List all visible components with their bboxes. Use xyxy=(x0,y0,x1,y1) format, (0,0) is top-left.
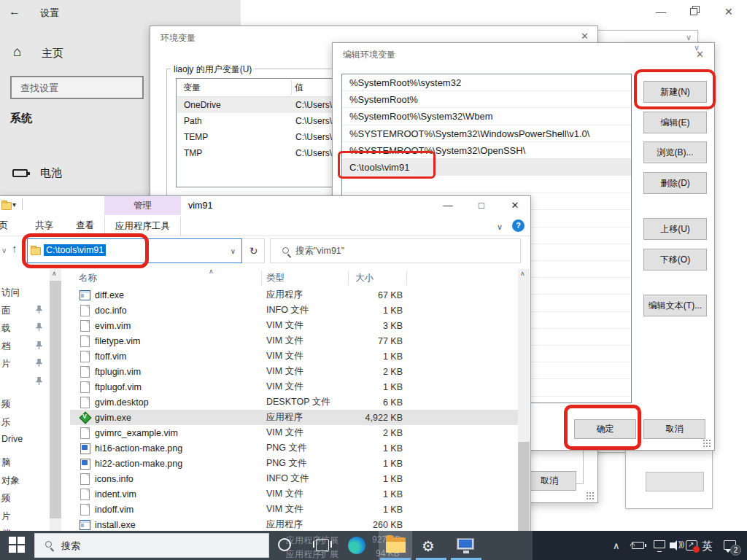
address-dropdown-icon[interactable]: ∨ xyxy=(231,247,236,255)
explorer-minimize-button[interactable]: — xyxy=(433,196,462,217)
settings-search-placeholder: 查找设置 xyxy=(20,82,58,95)
file-type-icon xyxy=(79,320,90,331)
column-divider[interactable] xyxy=(348,271,349,285)
sidebar-scrollbar[interactable]: ∧ xyxy=(50,269,61,532)
file-row[interactable]: gvim.exe 应用程序 4,922 KB xyxy=(70,410,519,425)
move-up-button[interactable]: 上移(U) xyxy=(643,218,707,240)
resize-grip[interactable] xyxy=(586,491,594,499)
scrollbar-thumb[interactable] xyxy=(518,442,530,539)
quick-access-toolbar-dropdown-icon[interactable]: ▾ xyxy=(12,201,16,209)
user-variables-label: liaojy 的用户变量(U) xyxy=(171,63,255,76)
up-arrow-icon[interactable]: ↑ xyxy=(12,242,18,254)
refresh-button[interactable]: ↻ xyxy=(243,238,265,263)
env-close-icon[interactable]: ✕ xyxy=(581,31,589,42)
file-row[interactable]: gvim.desktop DESKTOP 文件 6 KB xyxy=(70,394,519,410)
file-row[interactable]: hi16-action-make.png PNG 文件 1 KB xyxy=(70,440,519,456)
edit-button[interactable]: 编辑(E) xyxy=(643,112,707,133)
scroll-up-icon[interactable]: ∧ xyxy=(52,270,57,277)
back-arrow-icon[interactable]: ← xyxy=(9,5,20,18)
explorer-close-button[interactable]: ✕ xyxy=(500,196,530,217)
file-row[interactable]: filetype.vim VIM 文件 77 KB xyxy=(70,333,519,349)
file-type-icon xyxy=(79,519,90,530)
ribbon-tab-view[interactable]: 查看 xyxy=(76,219,94,232)
file-row[interactable]: indent.vim VIM 文件 1 KB xyxy=(70,486,519,502)
cortana-icon[interactable] xyxy=(278,538,291,551)
battery-icon xyxy=(12,169,28,177)
file-row[interactable]: ftplugof.vim VIM 文件 1 KB xyxy=(70,379,519,394)
pin-icon xyxy=(35,306,43,314)
pin-icon xyxy=(35,359,43,367)
base-close-button[interactable]: ✕ xyxy=(724,6,733,18)
column-type[interactable]: 类型 xyxy=(266,272,285,284)
file-row[interactable]: ftplugin.vim VIM 文件 2 KB xyxy=(70,364,519,379)
file-row[interactable]: install.exe 应用程序 260 KB xyxy=(70,517,519,532)
settings-search-input[interactable]: 查找设置 xyxy=(10,76,144,99)
delete-button[interactable]: 删除(D) xyxy=(643,172,707,194)
env-dialog-title: 环境变量 xyxy=(160,32,196,44)
taskbar-search-input[interactable]: 搜索 xyxy=(34,533,269,558)
file-type-icon xyxy=(79,489,90,499)
path-entry-row[interactable]: %SystemRoot% xyxy=(342,91,631,108)
nav-chevron-icon[interactable]: ∨ xyxy=(1,246,7,254)
file-explorer-taskbar-icon[interactable] xyxy=(386,537,406,553)
column-name[interactable]: 名称 xyxy=(79,272,97,284)
file-row[interactable]: gvimrc_example.vim VIM 文件 2 KB xyxy=(70,425,519,440)
file-row[interactable]: hi22-action-make.png PNG 文件 1 KB xyxy=(70,456,519,471)
ghost-file-type: 应用程序扩展 xyxy=(286,548,338,560)
path-entry-row[interactable]: %SystemRoot%\System32\Wbem xyxy=(342,108,631,125)
screen-capture-tray-icon[interactable] xyxy=(686,540,697,551)
network-tray-icon[interactable] xyxy=(654,540,665,548)
ime-language-indicator[interactable]: 英 xyxy=(702,540,713,553)
browse-button[interactable]: 浏览(B)... xyxy=(643,141,707,163)
settings-section-system: 系统 xyxy=(10,112,32,125)
scroll-up-icon[interactable]: ∧ xyxy=(520,270,525,277)
file-row[interactable]: evim.vim VIM 文件 3 KB xyxy=(70,318,519,333)
column-divider[interactable] xyxy=(261,271,262,285)
file-type-icon xyxy=(79,381,90,392)
explorer-search-placeholder: 搜索"vim91" xyxy=(295,245,344,257)
help-icon[interactable]: ? xyxy=(512,219,525,232)
task-view-icon[interactable] xyxy=(316,539,329,551)
hidden-icons-chevron[interactable]: ∧ xyxy=(613,540,620,551)
restore-icon xyxy=(690,8,697,15)
ribbon-tab-manage[interactable]: 管理 xyxy=(104,196,181,215)
column-size[interactable]: 大小 xyxy=(355,272,374,284)
volume-tray-icon[interactable] xyxy=(670,542,675,548)
file-type-icon xyxy=(79,289,90,300)
explorer-search-input[interactable]: 搜索"vim91" xyxy=(270,238,521,263)
file-type-icon xyxy=(79,504,90,515)
path-entry-row[interactable]: %SystemRoot%\system32 xyxy=(342,74,631,91)
file-type-icon xyxy=(79,397,90,408)
explorer-maximize-button[interactable]: □ xyxy=(467,196,496,217)
file-row[interactable]: doc.info INFO 文件 1 KB xyxy=(70,303,519,318)
settings-nav-home[interactable]: 主页 xyxy=(42,47,63,61)
edge-browser-icon[interactable] xyxy=(348,537,365,554)
cancel-button[interactable]: 取消 xyxy=(643,419,705,439)
file-row[interactable]: indoff.vim VIM 文件 1 KB xyxy=(70,502,519,517)
file-list-scrollbar[interactable]: ∧ xyxy=(518,269,530,560)
file-row[interactable]: ftoff.vim VIM 文件 1 KB xyxy=(70,349,519,364)
edit-text-button[interactable]: 编辑文本(T)... xyxy=(643,295,707,316)
taskbar-search-placeholder: 搜索 xyxy=(61,540,80,553)
annotation-box-path-entry xyxy=(338,151,436,179)
file-type-icon xyxy=(79,335,90,346)
settings-gear-icon[interactable]: ⚙ xyxy=(422,537,435,555)
collapse-ribbon-icon[interactable]: ∨ xyxy=(497,222,503,232)
scrollbar-thumb[interactable] xyxy=(50,281,61,518)
chevron-down-icon: ∨ xyxy=(694,43,700,52)
file-type-icon xyxy=(79,427,90,438)
ribbon-tab-home[interactable]: 主页 xyxy=(0,219,8,232)
base-minimize-button[interactable]: — xyxy=(656,6,666,18)
file-type-icon xyxy=(79,412,90,423)
ribbon-tab-share[interactable]: 共享 xyxy=(35,219,53,232)
path-entry-row[interactable]: %SYSTEMROOT%\System32\WindowsPowerShell\… xyxy=(342,125,631,142)
column-divider[interactable] xyxy=(406,271,407,285)
resize-grip[interactable] xyxy=(703,439,711,447)
system-properties-taskbar-icon[interactable] xyxy=(457,538,474,550)
start-button[interactable] xyxy=(9,537,26,554)
move-down-button[interactable]: 下移(O) xyxy=(643,249,707,271)
settings-nav-battery[interactable]: 电池 xyxy=(40,166,62,180)
file-row[interactable]: icons.info INFO 文件 1 KB xyxy=(70,471,519,486)
battery-tray-icon[interactable] xyxy=(632,542,644,549)
file-row[interactable]: diff.exe 应用程序 67 KB xyxy=(70,287,519,303)
